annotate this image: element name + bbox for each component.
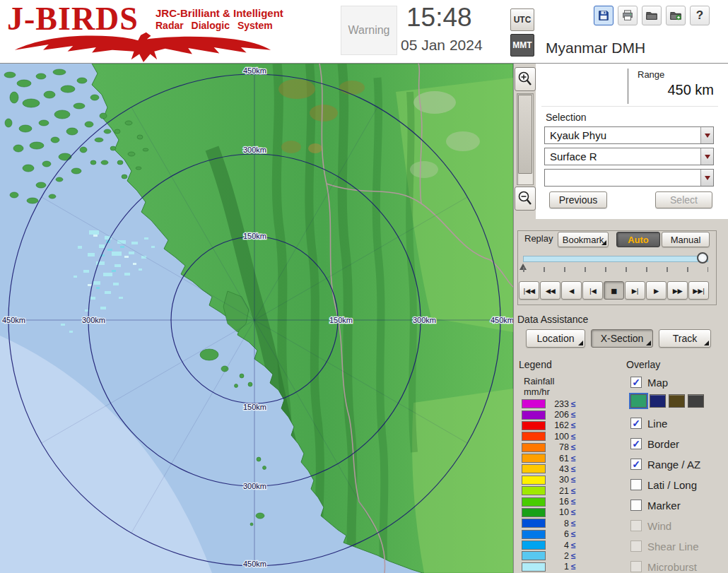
add-folder-button[interactable] [666,6,686,25]
zoom-scrollbar-thumb[interactable] [518,95,532,174]
legend-row: 78≤ [522,442,592,453]
logo-tagline-1: JRC-Brilliant & Intelligent [155,7,283,19]
overlay-item-line: ✓ Line [630,415,667,431]
fast-rewind-button[interactable]: ◀◀ [540,281,560,300]
replay-timeline[interactable] [523,256,708,262]
legend-swatch [522,454,546,463]
legend-swatch [522,562,546,572]
station-dropdown[interactable]: Kyauk Phyu [544,126,714,144]
range-ring-label: 300km [243,482,266,490]
chevron-down-icon [705,155,710,159]
product-dropdown[interactable]: Surface R [544,148,714,165]
manual-button[interactable]: Manual [662,232,710,247]
open-folder-button[interactable] [642,6,662,25]
radar-map-canvas: 450km 300km 150km 150km 300km 450km 450k… [0,64,513,573]
lte-symbol: ≤ [571,475,576,485]
header-bar: J-BIRDS JRC-Brilliant & Intelligent Rada… [0,0,728,64]
legend-value: 233 [549,399,569,409]
product-dropdown-value: Surface R [545,148,700,165]
map-style-navy-button[interactable] [650,394,666,408]
replay-timeline-thumb[interactable] [697,252,708,264]
previous-button[interactable]: Previous [549,191,607,208]
overlay-item-border: ✓ Border [630,436,679,451]
legend-rainfall-label: Rainfall [524,376,554,386]
clock-date: 05 Jan 2024 [401,37,483,54]
skip-to-end-button[interactable]: ▶▶| [688,281,709,300]
auto-button[interactable]: Auto [616,232,660,247]
print-button[interactable] [618,6,638,25]
skip-to-start-button[interactable]: |◀◀ [519,281,539,300]
legend-row: 100≤ [522,431,592,442]
zoom-in-button[interactable] [515,67,536,91]
track-button[interactable]: Track [659,329,711,348]
mmt-button[interactable]: MMT [510,34,534,57]
warning-indicator[interactable]: Warning [341,6,397,55]
map-checkbox[interactable]: ✓ [630,377,642,388]
overlay-item-shear-line: Shear Line [630,538,699,554]
legend-value: 100 [549,432,569,442]
lte-symbol: ≤ [571,551,576,561]
legend-value: 206 [549,410,569,420]
legend-row: 10≤ [522,507,592,518]
range-ring-label: 450km [491,316,513,324]
lte-symbol: ≤ [571,442,576,452]
location-button[interactable]: Location [526,329,585,348]
range-value: 450 km [629,82,714,98]
legend-swatch [522,464,546,473]
option-dropdown[interactable] [544,169,714,187]
replay-label: Replay [522,233,555,244]
radar-map[interactable]: 450km 300km 150km 150km 300km 450km 450k… [0,64,513,573]
legend-row: 2≤ [522,550,592,561]
map-style-olive-button[interactable] [669,394,685,408]
overlay-item-marker: Marker [630,497,681,513]
lati-long-checkbox[interactable] [630,479,642,490]
lte-symbol: ≤ [571,454,576,463]
legend-swatch [522,508,546,517]
step-forward-button[interactable]: ▶| [625,281,645,300]
legend-swatch [522,410,546,420]
help-button[interactable]: ? [690,6,710,25]
legend-row: 21≤ [522,485,592,496]
line-checkbox[interactable]: ✓ [630,418,642,429]
clock-time: 15:48 [406,3,472,33]
station-dropdown-value: Kyauk Phyu [545,127,700,143]
divider [541,106,718,107]
utc-button[interactable]: UTC [510,8,534,31]
legend-row: 43≤ [522,463,592,474]
x-section-button[interactable]: X-Section [591,329,653,348]
range-az-checkbox[interactable]: ✓ [630,459,642,470]
overlay-item-label: Shear Line [647,540,699,553]
legend-value: 4 [549,540,569,550]
border-checkbox[interactable]: ✓ [630,438,642,449]
product-dropdown-button[interactable] [700,148,713,165]
check-icon: ✓ [632,459,640,469]
step-back-button[interactable]: |◀ [582,281,603,300]
station-dropdown-button[interactable] [700,127,713,143]
legend-value: 78 [549,442,569,452]
legend-value: 8 [549,519,569,528]
select-button[interactable]: Select [655,191,712,208]
bookmark-button[interactable]: Bookmark [558,232,609,247]
legend-swatch [522,497,546,507]
lte-symbol: ≤ [571,540,576,550]
range-ring-label: 150km [329,316,353,324]
stop-button[interactable]: ■ [604,281,624,300]
microburst-checkbox [630,561,642,572]
eagle-logo-icon [8,30,277,65]
play-reverse-button[interactable]: ◀ [561,281,582,300]
fast-forward-button[interactable]: ▶▶ [667,281,688,300]
legend-value: 43 [549,464,569,474]
option-dropdown-button[interactable] [700,170,713,186]
zoom-out-button[interactable] [515,187,536,211]
lte-symbol: ≤ [571,562,576,572]
save-button[interactable] [594,6,613,25]
map-style-gray-button[interactable] [688,394,704,408]
play-button[interactable]: ▶ [646,281,667,300]
map-style-terrain-button[interactable] [630,394,647,408]
warning-label: Warning [348,24,390,37]
legend-unit-label: mm/hr [524,386,550,397]
overlay-item-lati-long: Lati / Long [630,477,697,492]
legend-row: 4≤ [522,540,592,550]
marker-checkbox[interactable] [630,500,642,511]
overlay-item-range-az: ✓ Range / AZ [630,456,700,472]
